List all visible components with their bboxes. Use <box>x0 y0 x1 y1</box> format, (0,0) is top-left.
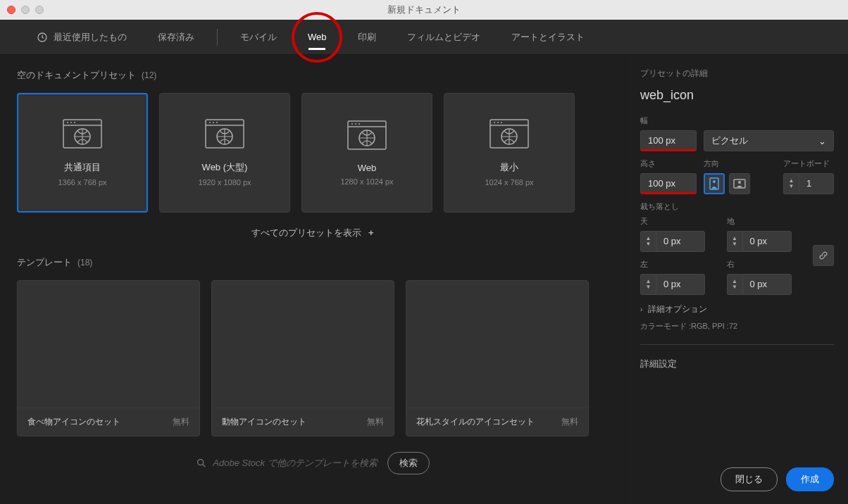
template-thumbnail <box>18 281 199 408</box>
template-price: 無料 <box>367 416 384 428</box>
stepper-arrows-icon[interactable]: ▲▼ <box>783 173 799 194</box>
bleed-right-value[interactable]: 0 px <box>742 274 792 295</box>
orientation-landscape-button[interactable] <box>729 173 750 194</box>
svg-point-9 <box>209 122 211 123</box>
stepper-arrows-icon[interactable]: ▲▼ <box>640 231 656 252</box>
window-title-bar: 新規ドキュメント <box>0 0 848 20</box>
bleed-left-label: 左 <box>640 259 717 270</box>
artboard-stepper[interactable]: ▲▼ 1 <box>783 173 834 194</box>
stock-search-row: Adobe Stock で他のテンプレートを検索 検索 <box>17 452 609 474</box>
tab-web[interactable]: Web <box>292 20 342 54</box>
tab-recent[interactable]: 最近使用したもの <box>21 20 142 54</box>
tab-art-label: アートとイラスト <box>511 31 585 44</box>
bleed-left-value[interactable]: 0 px <box>656 274 705 295</box>
preset-dims: 1024 x 768 px <box>485 178 533 187</box>
web-preset-icon <box>205 119 244 149</box>
templates-count: (18) <box>77 258 92 267</box>
bleed-bottom-input[interactable]: ▲▼ 0 px <box>727 231 804 252</box>
template-card-animal[interactable]: 動物アイコンのセット 無料 <box>211 280 394 436</box>
template-name: 動物アイコンのセット <box>222 416 306 428</box>
preset-name: Web <box>358 163 377 173</box>
show-all-label: すべてのプリセットを表示 <box>251 227 361 238</box>
bleed-top-input[interactable]: ▲▼ 0 px <box>640 231 717 252</box>
color-mode-text: カラーモード :RGB, PPI :72 <box>640 321 834 332</box>
preset-card-web-large[interactable]: Web (大型) 1920 x 1080 px <box>159 93 290 213</box>
template-footer: 花札スタイルのアイコンセット 無料 <box>406 408 588 436</box>
window-title: 新規ドキュメント <box>387 4 461 16</box>
tab-mobile[interactable]: モバイル <box>225 20 292 54</box>
chevron-down-icon: ⌄ <box>818 136 826 146</box>
stock-search-button[interactable]: 検索 <box>387 452 430 474</box>
show-all-presets-button[interactable]: すべてのプリセットを表示 + <box>17 227 609 239</box>
create-button[interactable]: 作成 <box>786 467 834 491</box>
unit-value: ピクセル <box>711 134 748 147</box>
bleed-bottom-value[interactable]: 0 px <box>742 231 792 252</box>
zoom-window-icon[interactable] <box>35 6 44 14</box>
preset-dims: 1920 x 1080 px <box>198 178 251 187</box>
web-preset-icon <box>63 119 102 149</box>
traffic-lights <box>7 6 44 14</box>
bleed-top-label: 天 <box>640 216 717 227</box>
bleed-left-input[interactable]: ▲▼ 0 px <box>640 274 717 295</box>
svg-point-25 <box>198 460 204 465</box>
template-row: 食べ物アイコンのセット 無料 動物アイコンのセット 無料 花札スタイルのアイコン… <box>17 280 609 436</box>
template-card-hanafuda[interactable]: 花札スタイルのアイコンセット 無料 <box>406 280 589 436</box>
details-header: プリセットの詳細 <box>640 68 834 80</box>
bleed-label: 裁ち落とし <box>640 201 834 212</box>
svg-point-3 <box>67 122 68 123</box>
height-input[interactable]: 100 px <box>640 173 697 194</box>
search-icon <box>196 458 207 469</box>
web-preset-icon <box>490 119 529 149</box>
stock-search-field[interactable]: Adobe Stock で他のテンプレートを検索 <box>196 457 377 470</box>
minimize-window-icon[interactable] <box>21 6 30 14</box>
svg-point-23 <box>501 122 502 123</box>
tab-saved[interactable]: 保存済み <box>142 20 210 54</box>
templates-section-title: テンプレート (18) <box>17 256 609 269</box>
details-panel: プリセットの詳細 web_icon 幅 100 px ピクセル ⌄ 高さ 100… <box>625 55 848 504</box>
presets-section-title: 空のドキュメントプリセット (12) <box>17 69 609 82</box>
preset-name-field[interactable]: web_icon <box>640 88 834 103</box>
plus-icon: + <box>368 227 374 238</box>
template-card-food[interactable]: 食べ物アイコンのセット 無料 <box>17 280 200 436</box>
template-price: 無料 <box>173 416 189 428</box>
close-button[interactable]: 閉じる <box>721 467 778 491</box>
preset-dims: 1280 x 1024 px <box>340 177 393 186</box>
web-preset-icon <box>347 120 387 150</box>
stepper-arrows-icon[interactable]: ▲▼ <box>727 231 742 252</box>
bleed-top-value[interactable]: 0 px <box>656 231 705 252</box>
svg-point-15 <box>351 123 353 125</box>
orientation-portrait-button[interactable] <box>704 173 725 194</box>
template-footer: 食べ物アイコンのセット 無料 <box>18 408 199 436</box>
divider <box>640 344 834 345</box>
svg-line-26 <box>203 465 205 467</box>
preset-name: Web (大型) <box>202 161 248 174</box>
bleed-right-input[interactable]: ▲▼ 0 px <box>727 274 804 295</box>
svg-point-16 <box>355 123 356 125</box>
advanced-options-toggle[interactable]: › 詳細オプション <box>640 303 834 315</box>
advanced-options-label: 詳細オプション <box>648 304 707 314</box>
tab-film[interactable]: フィルムとビデオ <box>392 20 496 54</box>
templates-label: テンプレート <box>17 256 72 269</box>
link-bleed-button[interactable] <box>813 245 834 266</box>
preset-card-web[interactable]: Web 1280 x 1024 px <box>301 93 432 213</box>
stepper-arrows-icon[interactable]: ▲▼ <box>640 274 656 295</box>
unit-select[interactable]: ピクセル ⌄ <box>704 130 834 151</box>
template-thumbnail <box>406 281 588 408</box>
preset-row: 共通項目 1366 x 768 px Web (大型) 1920 x 1080 … <box>17 93 609 213</box>
portrait-icon <box>709 177 719 190</box>
stepper-arrows-icon[interactable]: ▲▼ <box>727 274 742 295</box>
tab-art[interactable]: アートとイラスト <box>496 20 600 54</box>
svg-point-10 <box>213 122 214 123</box>
svg-point-17 <box>358 123 360 125</box>
svg-point-30 <box>738 181 741 184</box>
artboard-value[interactable]: 1 <box>799 173 834 194</box>
advanced-settings-label[interactable]: 詳細設定 <box>640 358 834 370</box>
footer-buttons: 閉じる 作成 <box>721 467 834 491</box>
svg-point-5 <box>74 122 75 123</box>
height-label: 高さ <box>640 158 697 169</box>
close-window-icon[interactable] <box>7 6 15 14</box>
width-input[interactable]: 100 px <box>640 130 697 151</box>
tab-print[interactable]: 印刷 <box>342 20 392 54</box>
preset-card-common[interactable]: 共通項目 1366 x 768 px <box>17 93 148 213</box>
preset-card-minimal[interactable]: 最小 1024 x 768 px <box>444 93 575 213</box>
